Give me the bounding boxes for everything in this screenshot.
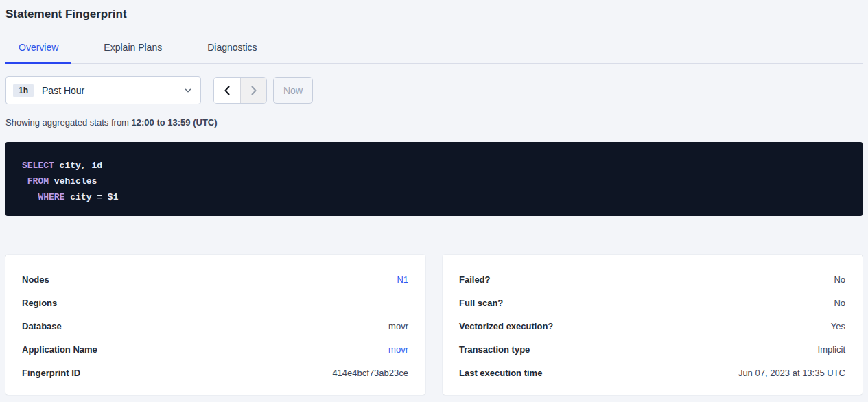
sql-line: FROM vehicles bbox=[22, 174, 846, 189]
nodes-label: Nodes bbox=[22, 274, 49, 285]
now-button[interactable]: Now bbox=[273, 77, 313, 104]
transaction-type-label: Transaction type bbox=[459, 344, 530, 355]
full-scan-label: Full scan? bbox=[459, 298, 503, 308]
table-row: Full scan? No bbox=[459, 291, 845, 314]
tab-bar: Overview Explain Plans Diagnostics bbox=[5, 40, 863, 64]
aggregated-stats-range: 12:00 to 13:59 (UTC) bbox=[132, 117, 218, 128]
previous-time-button[interactable] bbox=[214, 78, 240, 103]
vectorized-execution-label: Vectorized execution? bbox=[459, 321, 553, 331]
tab-explain-plans[interactable]: Explain Plans bbox=[91, 40, 175, 64]
last-execution-time-value: Jun 07, 2023 at 13:35 UTC bbox=[738, 368, 845, 378]
page-title: Statement Fingerprint bbox=[5, 0, 863, 21]
regions-label: Regions bbox=[22, 298, 57, 308]
database-label: Database bbox=[22, 321, 62, 331]
table-row: Transaction type Implicit bbox=[459, 338, 845, 361]
application-name-value-link[interactable]: movr bbox=[388, 344, 408, 355]
time-interval-label: Past Hour bbox=[42, 85, 184, 96]
table-row: Failed? No bbox=[459, 268, 845, 291]
table-row: Vectorized execution? Yes bbox=[459, 314, 845, 338]
aggregated-stats-text: Showing aggregated stats from 12:00 to 1… bbox=[5, 117, 863, 128]
nodes-value-link[interactable]: N1 bbox=[397, 274, 408, 285]
sql-statement-box: SELECT city, id FROM vehicles WHERE city… bbox=[5, 142, 863, 216]
next-time-button[interactable] bbox=[240, 78, 266, 103]
chevron-down-icon bbox=[184, 86, 192, 95]
failed-label: Failed? bbox=[459, 274, 491, 285]
table-row: Fingerprint ID 414e4bcf73ab23ce bbox=[22, 361, 408, 384]
statement-details-panel: Nodes N1 Regions Database movr Applicati… bbox=[5, 255, 425, 395]
database-value: movr bbox=[388, 321, 408, 331]
fingerprint-id-label: Fingerprint ID bbox=[22, 368, 80, 378]
execution-attributes-panel: Failed? No Full scan? No Vectorized exec… bbox=[443, 255, 863, 395]
failed-value: No bbox=[834, 274, 845, 285]
time-range-dropdown[interactable]: 1h Past Hour bbox=[5, 76, 201, 104]
chevron-right-icon bbox=[249, 85, 259, 96]
time-step-button-group bbox=[213, 77, 267, 104]
table-row: Nodes N1 bbox=[22, 268, 408, 291]
time-interval-badge: 1h bbox=[13, 84, 34, 97]
tab-overview[interactable]: Overview bbox=[5, 40, 71, 64]
sql-line: WHERE city = $1 bbox=[22, 189, 846, 205]
statement-fingerprint-page: Statement Fingerprint Overview Explain P… bbox=[0, 0, 868, 395]
fingerprint-id-value: 414e4bcf73ab23ce bbox=[332, 368, 408, 378]
chevron-left-icon bbox=[222, 85, 232, 96]
vectorized-execution-value: Yes bbox=[831, 321, 845, 331]
sql-line: SELECT city, id bbox=[22, 158, 846, 174]
summary-panels: Nodes N1 Regions Database movr Applicati… bbox=[5, 255, 863, 395]
aggregated-stats-prefix: Showing aggregated stats from bbox=[5, 117, 132, 128]
tab-diagnostics[interactable]: Diagnostics bbox=[194, 40, 270, 64]
last-execution-time-label: Last execution time bbox=[459, 368, 542, 378]
table-row: Regions bbox=[22, 291, 408, 314]
application-name-label: Application Name bbox=[22, 344, 97, 355]
table-row: Application Name movr bbox=[22, 338, 408, 361]
table-row: Last execution time Jun 07, 2023 at 13:3… bbox=[459, 361, 845, 384]
full-scan-value: No bbox=[834, 298, 845, 308]
transaction-type-value: Implicit bbox=[818, 344, 845, 355]
table-row: Database movr bbox=[22, 314, 408, 338]
time-controls-row: 1h Past Hour bbox=[5, 76, 863, 104]
